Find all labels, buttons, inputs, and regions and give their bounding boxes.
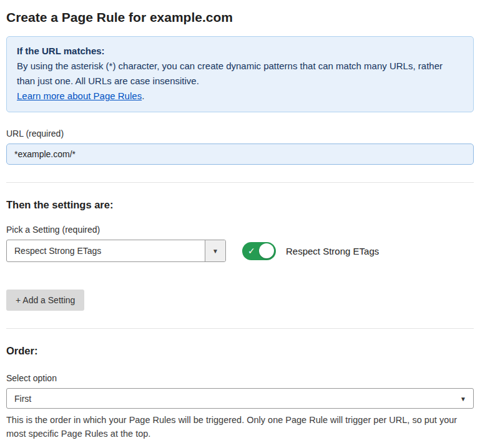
chevron-down-icon: ▼	[460, 395, 466, 402]
add-setting-button[interactable]: + Add a Setting	[6, 290, 84, 311]
order-select-label: Select option	[6, 373, 474, 383]
order-section-heading: Order:	[6, 345, 474, 357]
caret-down-icon: ▼	[212, 248, 218, 255]
setting-select[interactable]: Respect Strong ETags ▼	[6, 240, 226, 262]
url-input[interactable]	[6, 144, 474, 165]
setting-select-arrow-button[interactable]: ▼	[205, 240, 225, 261]
order-help-text: This is the order in which your Page Rul…	[6, 414, 473, 441]
divider	[6, 328, 474, 329]
toggle-label: Respect Strong ETags	[286, 246, 379, 256]
toggle-knob	[259, 243, 274, 258]
setting-row: Respect Strong ETags ▼ ✓ Respect Strong …	[6, 240, 474, 262]
learn-more-page-rules-link[interactable]: Learn more about Page Rules	[17, 90, 142, 101]
order-select[interactable]: First ▼	[6, 388, 474, 409]
toggle-check-icon: ✓	[248, 245, 255, 256]
respect-strong-etags-toggle[interactable]: ✓	[242, 242, 276, 260]
url-match-info-box: If the URL matches: By using the asteris…	[6, 36, 474, 112]
info-box-link-line: Learn more about Page Rules.	[17, 89, 463, 104]
link-period: .	[142, 90, 144, 101]
create-page-rule-form: Create a Page Rule for example.com If th…	[0, 0, 480, 448]
order-select-value: First	[14, 394, 31, 404]
settings-section-heading: Then the settings are:	[6, 199, 474, 211]
page-title: Create a Page Rule for example.com	[6, 6, 474, 26]
pick-setting-label: Pick a Setting (required)	[6, 225, 474, 235]
divider	[6, 182, 474, 183]
info-box-body: By using the asterisk (*) character, you…	[17, 59, 463, 89]
setting-select-value[interactable]: Respect Strong ETags	[7, 240, 205, 261]
info-box-heading: If the URL matches:	[17, 44, 463, 59]
setting-toggle-wrap: ✓ Respect Strong ETags	[242, 242, 379, 260]
url-label: URL (required)	[6, 129, 474, 139]
